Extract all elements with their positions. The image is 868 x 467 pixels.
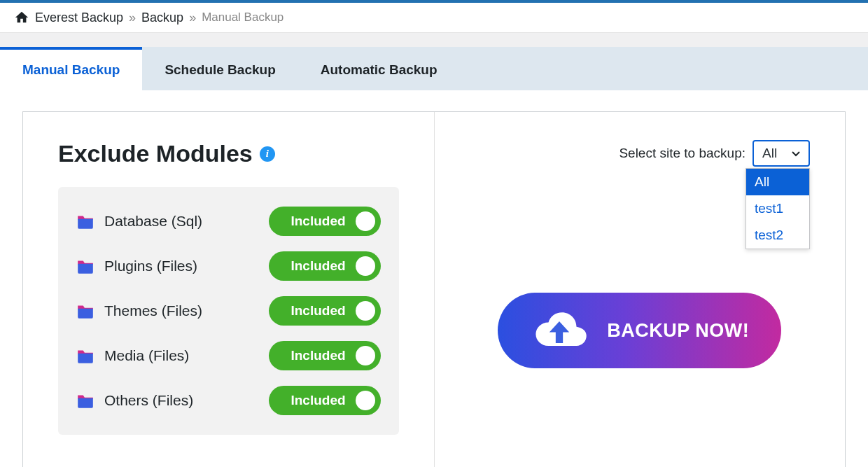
- folder-icon: [76, 393, 94, 408]
- module-toggle-others[interactable]: Included: [269, 386, 381, 415]
- module-label: Others (Files): [76, 392, 193, 409]
- module-toggle-themes[interactable]: Included: [269, 296, 381, 326]
- info-icon[interactable]: i: [260, 146, 275, 162]
- dropdown-option-test1[interactable]: test1: [746, 195, 809, 222]
- modules-list: Database (Sql) Included Plugins (Files): [58, 187, 399, 435]
- breadcrumb-separator: »: [189, 11, 196, 25]
- breadcrumb-section[interactable]: Backup: [141, 11, 183, 25]
- toggle-knob: [356, 301, 375, 321]
- breadcrumb-current: Manual Backup: [202, 11, 284, 25]
- module-name: Themes (Files): [104, 302, 202, 319]
- folder-icon: [76, 214, 94, 229]
- site-select-row: Select site to backup: All: [470, 140, 811, 167]
- cloud-upload-icon: [530, 309, 589, 352]
- dropdown-option-all[interactable]: All: [746, 169, 809, 195]
- module-row-media: Media (Files) Included: [76, 341, 381, 370]
- module-toggle-media[interactable]: Included: [269, 341, 381, 370]
- module-row-plugins: Plugins (Files) Included: [76, 251, 381, 281]
- module-name: Media (Files): [104, 347, 189, 364]
- exclude-modules-title: Exclude Modules: [58, 140, 253, 167]
- module-label: Media (Files): [76, 347, 189, 364]
- dropdown-option-test2[interactable]: test2: [746, 222, 809, 249]
- breadcrumb: Everest Backup » Backup » Manual Backup: [0, 3, 868, 33]
- backup-now-label: BACKUP NOW!: [607, 320, 749, 342]
- toggle-label: Included: [290, 393, 345, 408]
- module-name: Others (Files): [104, 392, 193, 409]
- toggle-label: Included: [290, 214, 345, 229]
- module-label: Plugins (Files): [76, 258, 197, 274]
- folder-icon: [76, 348, 94, 363]
- site-select[interactable]: All: [752, 140, 810, 167]
- toggle-label: Included: [290, 348, 345, 363]
- site-select-label: Select site to backup:: [619, 146, 746, 161]
- breadcrumb-separator: »: [129, 11, 136, 25]
- tab-content: Exclude Modules i Database (Sql) Include…: [0, 90, 868, 467]
- chevron-down-icon: [790, 148, 802, 159]
- toggle-knob: [356, 256, 375, 276]
- backup-action-panel: Select site to backup: All All test1 tes…: [435, 112, 846, 467]
- site-select-value: All: [762, 146, 777, 160]
- module-name: Plugins (Files): [104, 258, 197, 274]
- module-name: Database (Sql): [104, 213, 202, 230]
- tab-manual-backup[interactable]: Manual Backup: [0, 47, 142, 90]
- tab-schedule-backup[interactable]: Schedule Backup: [142, 47, 298, 90]
- module-label: Themes (Files): [76, 302, 202, 319]
- tabs-bar: Manual Backup Schedule Backup Automatic …: [0, 47, 868, 90]
- toggle-knob: [356, 346, 375, 365]
- module-row-database: Database (Sql) Included: [76, 207, 381, 236]
- backup-now-button[interactable]: BACKUP NOW!: [498, 293, 781, 368]
- module-row-themes: Themes (Files) Included: [76, 296, 381, 326]
- exclude-modules-panel: Exclude Modules i Database (Sql) Include…: [23, 112, 435, 467]
- home-icon: [14, 10, 29, 25]
- toggle-knob: [356, 391, 375, 410]
- backup-card: Exclude Modules i Database (Sql) Include…: [22, 111, 846, 467]
- site-select-dropdown: All test1 test2: [746, 168, 810, 249]
- module-label: Database (Sql): [76, 213, 202, 230]
- module-toggle-plugins[interactable]: Included: [269, 251, 381, 281]
- folder-icon: [76, 258, 94, 274]
- breadcrumb-root[interactable]: Everest Backup: [35, 11, 123, 25]
- toggle-label: Included: [290, 258, 345, 274]
- section-title: Exclude Modules i: [58, 140, 399, 167]
- folder-icon: [76, 303, 94, 319]
- toggle-label: Included: [290, 303, 345, 319]
- tab-automatic-backup[interactable]: Automatic Backup: [298, 47, 460, 90]
- module-toggle-database[interactable]: Included: [269, 207, 381, 236]
- module-row-others: Others (Files) Included: [76, 386, 381, 415]
- toggle-knob: [356, 211, 375, 231]
